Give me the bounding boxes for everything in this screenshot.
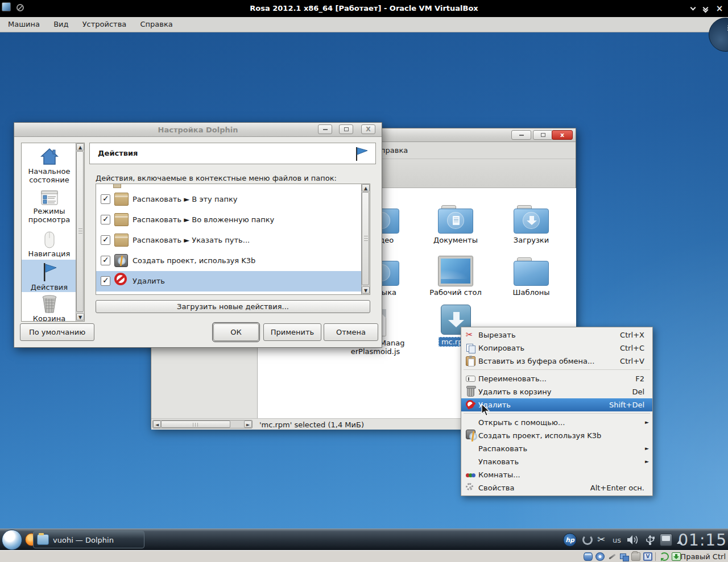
action-row-extract-here[interactable]: Распаковать ► В эту папку [96,189,361,210]
action-row-extract-to[interactable]: Распаковать ► Указать путь... [96,230,361,251]
kde-panel: vuohi — Dolphin hp ✂ us 01:15 [0,528,728,550]
clock[interactable]: 01:15 [678,531,727,549]
minimize-icon[interactable] [688,3,698,14]
pen-icon[interactable] [607,552,617,561]
folder-item-templates[interactable]: Шаблоны [497,257,565,297]
menu-item-k3b[interactable]: Создать проект, используя K3b [461,429,652,442]
k3b-icon [466,430,475,439]
klipper-icon[interactable]: ✂ [597,534,605,545]
mouse-icon [44,231,55,248]
menu-devices[interactable]: Устройства [77,17,133,28]
flag-icon [355,147,369,161]
network-activity-icon[interactable] [660,552,669,561]
scrollbar-thumb[interactable] [161,421,230,428]
minimize-button[interactable] [511,130,531,140]
category-services[interactable]: Действия [22,260,77,292]
copy-icon [466,343,475,353]
scroll-right-button[interactable]: ► [244,421,252,428]
checkbox[interactable] [101,215,110,224]
scrollbar-thumb[interactable] [76,151,84,312]
scissors-icon: ✂ [466,330,475,340]
folder-item-desktop[interactable]: Рабочий стол [421,256,490,297]
action-row-delete[interactable]: Удалить [96,271,361,292]
menubar-item-help[interactable]: правка [380,146,408,155]
hp-tray-icon[interactable]: hp [563,533,577,547]
keyboard-layout-indicator[interactable]: us [613,536,621,544]
menu-item-open-with[interactable]: Открыть с помощью...► [461,416,652,429]
scroll-down-button[interactable]: ▼ [362,286,370,294]
checkbox[interactable] [101,256,110,265]
harddisk-icon[interactable] [584,552,593,561]
folder-item-documents[interactable]: Документы [421,205,490,244]
minimize-button[interactable] [318,124,332,134]
menu-item-move-to-trash[interactable]: Удалить в корзинуDel [461,385,652,398]
checkbox[interactable] [101,235,110,245]
category-trash[interactable]: Корзина [22,292,77,322]
desktop-folder-icon [439,256,473,286]
mouse-cursor [481,403,490,417]
menu-item-cut[interactable]: ✂ ВырезатьCtrl+X [461,328,652,342]
maximize-button[interactable] [533,130,553,140]
statusbar-divider [655,552,656,561]
device-notifier-icon[interactable] [660,534,672,546]
close-button[interactable]: X [361,124,375,134]
scroll-up-button[interactable]: ▲ [362,184,370,192]
folder-icon [438,205,473,234]
usb-icon[interactable] [644,534,656,546]
trash-icon [467,387,474,397]
optical-disk-icon[interactable] [595,552,605,561]
menu-item-extract[interactable]: Распаковать► [461,442,652,455]
vbox-menubar: Машина Вид Устройства Справка [0,17,728,32]
action-row-k3b[interactable]: Создать проект, используя K3b [96,251,361,271]
menu-item-activities[interactable]: Комнаты... [461,468,652,481]
flag-icon [42,263,57,282]
menu-view[interactable]: Вид [48,17,74,28]
menu-item-properties[interactable]: СвойстваAlt+Enter осн. [461,481,652,494]
apply-button[interactable]: Применить [263,323,321,341]
maximize-icon[interactable] [701,3,711,14]
scrollbar-thumb[interactable] [362,192,369,285]
folder-item-downloads[interactable]: Загрузки [497,205,565,244]
maximize-button[interactable] [339,124,353,134]
shared-folder-icon[interactable] [631,552,640,561]
menu-machine[interactable]: Машина [2,17,46,28]
checkbox[interactable] [101,194,110,204]
checkbox[interactable] [101,276,110,286]
menu-item-rename[interactable]: Переименовать...F2 [461,372,652,385]
scroll-left-button[interactable]: ◄ [153,421,161,428]
close-button[interactable]: x [552,130,573,140]
virtualization-chip-icon[interactable]: V [643,552,652,561]
category-navigation[interactable]: Навигация [22,228,77,260]
download-actions-button[interactable]: Загрузить новые действия... [96,300,370,313]
sync-tray-icon[interactable] [582,535,593,545]
category-view-modes[interactable]: Режимы просмотра [22,187,77,228]
scroll-down-button[interactable]: ▼ [76,313,84,320]
package-icon [114,234,129,247]
dolphin-icon [37,534,49,545]
menu-help[interactable]: Справка [134,17,178,28]
vbox-window-title: Rosa 2012.1 x86_64 [Работает] - Oracle V… [0,4,728,13]
close-icon[interactable]: × [714,3,725,14]
shared-clipboard-icon[interactable] [619,552,628,561]
menu-item-paste[interactable]: Вставить из буфера обмена...Ctrl+V [461,355,652,368]
cancel-button[interactable]: Отмена [324,323,378,341]
desktop[interactable]: x правка Видео Документы Загрузк [0,32,728,528]
action-row-extract-sub[interactable]: Распаковать ► Во вложенную папку [96,210,361,230]
menu-item-compress[interactable]: Упаковать► [461,455,652,468]
defaults-button[interactable]: По умолчанию [20,323,94,341]
package-icon [114,213,129,226]
autoresize-icon[interactable] [672,552,681,561]
rosa-launcher-icon[interactable] [2,530,22,550]
actions-scrollbar[interactable]: ▲ ▼ [361,184,370,294]
scroll-up-button[interactable]: ▲ [76,143,84,151]
volume-icon[interactable] [626,534,640,546]
horizontal-scrollbar[interactable]: ◄ ► [152,420,253,428]
category-startup[interactable]: Начальное состояние [22,145,77,187]
submenu-arrow-icon: ► [645,419,649,425]
taskbar-button-dolphin[interactable]: vuohi — Dolphin [33,531,144,548]
no-entry-icon [114,273,127,285]
dialog-titlebar[interactable]: Настройка Dolphin X [14,123,382,137]
menu-item-copy[interactable]: КопироватьCtrl+C [461,342,652,355]
ok-button[interactable]: ОК [213,323,259,341]
sidebar-scrollbar[interactable]: ▲ ▼ [76,143,84,321]
